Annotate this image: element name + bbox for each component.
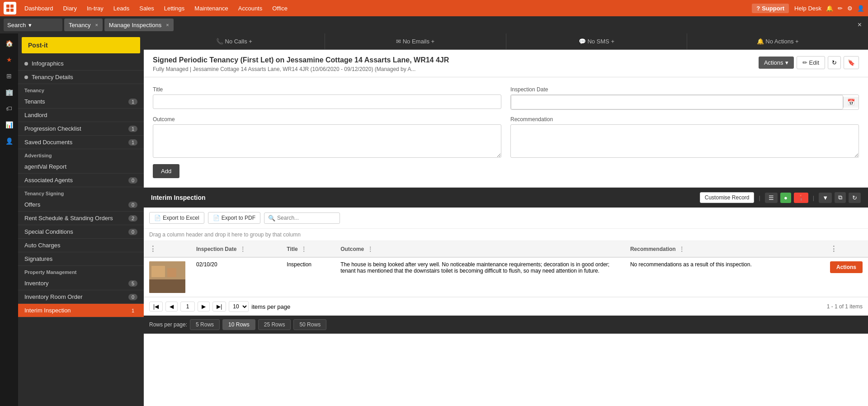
rows-50-btn[interactable]: 50 Rows	[293, 319, 326, 330]
sidebar-item-signatures[interactable]: Signatures	[18, 252, 144, 266]
rows-10-btn[interactable]: 10 Rows	[222, 319, 255, 330]
sidebar-item-associated-agents[interactable]: Associated Agents 0	[18, 174, 144, 187]
settings-icon[interactable]: ⚙	[847, 5, 853, 12]
th-recommendation-sort[interactable]: ⋮	[679, 246, 684, 252]
sidebar-item-special-conditions[interactable]: Special Conditions 0	[18, 225, 144, 239]
comm-emails[interactable]: ✉ No Emails +	[325, 33, 506, 49]
green-status-btn[interactable]: ●	[780, 193, 791, 203]
refresh-button[interactable]: ↻	[828, 56, 841, 69]
sidebar-item-tenancy-details[interactable]: Tenancy Details	[18, 71, 144, 84]
comm-sms[interactable]: 💬 No SMS +	[506, 33, 688, 49]
form-recommendation-textarea[interactable]	[510, 124, 859, 158]
sidebar-item-rent-schedule[interactable]: Rent Schedule & Standing Orders 2	[18, 212, 144, 225]
sidebar-item-interim-inspection[interactable]: Interim Inspection 1	[18, 304, 144, 317]
tab-bar-left: Search ▾ Tenancy × Manage Inspections ×	[4, 19, 174, 31]
th-outcome-sort[interactable]: ⋮	[368, 246, 373, 252]
th-inspection-date-sort[interactable]: ⋮	[240, 246, 245, 252]
postit-button[interactable]: Post-it	[22, 37, 140, 53]
sidebar-item-agentval[interactable]: agentVal Report	[18, 160, 144, 174]
sidebar-item-tenants[interactable]: Tenants 1	[18, 95, 144, 109]
left-icon-grid[interactable]: ⊞	[3, 70, 15, 82]
left-icon-tag[interactable]: 🏷	[3, 102, 15, 115]
logo-icon[interactable]	[4, 2, 16, 14]
bookmark-button[interactable]: 🔖	[844, 56, 859, 69]
rows-5-btn[interactable]: 5 Rows	[190, 319, 220, 330]
sidebar: Post-it Infographics Tenancy Details Ten…	[18, 33, 144, 406]
left-icon-chart[interactable]: 📊	[3, 118, 15, 131]
left-icon-star[interactable]: ★	[3, 53, 15, 66]
edit-button[interactable]: ✏ Edit	[797, 56, 825, 69]
inspection-date-input[interactable]: 16/08/2023	[511, 95, 843, 109]
customise-record-button[interactable]: Customise Record	[700, 192, 755, 203]
nav-leads[interactable]: Leads	[109, 3, 134, 14]
alert-icon[interactable]: 🔔	[826, 5, 833, 12]
page-prev-btn[interactable]: ◀	[165, 302, 178, 312]
tab-tenancy[interactable]: Tenancy ×	[64, 19, 103, 31]
page-current-input[interactable]	[180, 302, 195, 312]
left-icon-user[interactable]: 👤	[3, 135, 15, 147]
form-title-label: Title	[153, 86, 501, 93]
table-view-btn[interactable]: ☰	[765, 193, 778, 203]
sidebar-item-inventory[interactable]: Inventory 5	[18, 277, 144, 290]
tab-manage-inspections[interactable]: Manage Inspections ×	[104, 19, 174, 31]
filter-btn[interactable]: ▼	[819, 193, 832, 203]
tab-tenancy-label: Tenancy	[69, 22, 90, 28]
per-page-select[interactable]: 10 25 50	[229, 301, 249, 312]
tab-manage-inspections-close[interactable]: ×	[166, 22, 169, 28]
page-first-btn[interactable]: |◀	[149, 302, 163, 312]
th-recommendation-label: Recommendation	[630, 246, 676, 252]
left-icon-building[interactable]: 🏢	[3, 86, 15, 99]
refresh-table-btn[interactable]: ↻	[849, 193, 861, 203]
sidebar-item-landlord[interactable]: Landlord	[18, 109, 144, 122]
actions-button[interactable]: Actions ▾	[759, 57, 794, 69]
sidebar-item-inventory-room-order[interactable]: Inventory Room Order 0	[18, 290, 144, 304]
profile-icon[interactable]: 👤	[857, 5, 864, 12]
edit-icon[interactable]: ✏	[838, 5, 843, 12]
sidebar-associated-agents-badge: 0	[128, 177, 137, 184]
form-title-input[interactable]	[153, 94, 501, 109]
sidebar-offers-label: Offers	[24, 201, 40, 208]
row-title: Inspection	[287, 261, 311, 268]
sidebar-item-saved-docs[interactable]: Saved Documents 1	[18, 136, 144, 149]
comm-actions[interactable]: 🔔 No Actions +	[687, 33, 868, 49]
th-image-menu[interactable]: ⋮	[149, 245, 156, 253]
page-last-btn[interactable]: ▶|	[212, 302, 226, 312]
export-excel-button[interactable]: 📄 Export to Excel	[149, 212, 204, 224]
nav-maintenance[interactable]: Maintenance	[190, 3, 232, 14]
export-pdf-label: Export to PDF	[222, 215, 255, 221]
export-pdf-button[interactable]: 📄 Export to PDF	[208, 212, 260, 224]
rows-25-btn[interactable]: 25 Rows	[258, 319, 291, 330]
form-outcome-textarea[interactable]	[153, 124, 501, 158]
nav-office[interactable]: Office	[268, 3, 292, 14]
close-all-tabs[interactable]: ×	[855, 20, 864, 29]
nav-accounts[interactable]: Accounts	[234, 3, 267, 14]
table-search-input[interactable]	[277, 215, 336, 221]
nav-sales[interactable]: Sales	[135, 3, 159, 14]
nav-dashboard[interactable]: Dashboard	[20, 3, 58, 14]
helpdesk-link[interactable]: Help Desk	[794, 5, 821, 12]
support-button[interactable]: ? Support	[752, 4, 789, 13]
nav-intray[interactable]: In-tray	[82, 3, 108, 14]
add-button[interactable]: Add	[153, 164, 179, 178]
sidebar-item-infographics[interactable]: Infographics	[18, 57, 144, 71]
columns-btn[interactable]: ⧉	[835, 192, 846, 203]
search-tab[interactable]: Search ▾	[4, 19, 62, 31]
tab-tenancy-close[interactable]: ×	[95, 22, 98, 28]
sidebar-item-auto-charges[interactable]: Auto Charges	[18, 239, 144, 252]
nav-diary[interactable]: Diary	[59, 3, 81, 14]
sidebar-item-offers[interactable]: Offers 0	[18, 198, 144, 212]
form-outcome-label: Outcome	[153, 116, 501, 123]
left-icon-home[interactable]: 🏠	[3, 37, 15, 50]
row-actions-button[interactable]: Actions	[830, 261, 863, 273]
page-next-btn[interactable]: ▶	[198, 302, 210, 312]
nav-lettings[interactable]: Lettings	[160, 3, 189, 14]
sidebar-tenancy-details-icon	[24, 76, 28, 79]
th-title-sort[interactable]: ⋮	[301, 246, 307, 252]
comm-calls[interactable]: 📞 No Calls +	[144, 33, 325, 49]
divider-2: |	[813, 194, 814, 201]
th-actions-menu[interactable]: ⋮	[830, 245, 837, 253]
table-toolbar: 📄 Export to Excel 📄 Export to PDF 🔍	[144, 208, 868, 229]
calendar-icon[interactable]: 📅	[843, 97, 859, 108]
sidebar-item-progression[interactable]: Progression Checklist 1	[18, 122, 144, 136]
red-status-btn[interactable]: 📍	[794, 193, 808, 203]
